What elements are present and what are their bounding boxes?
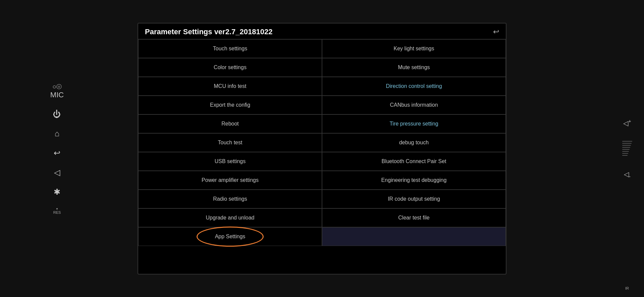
empty-cell: [322, 227, 506, 246]
page-title: Parameter Settings ver2.7_20181022: [145, 28, 272, 36]
power-button[interactable]: ⏻: [53, 109, 61, 119]
tire-pressure-setting[interactable]: Tire pressure setting: [322, 114, 506, 133]
app-settings[interactable]: App Settings: [138, 227, 322, 246]
color-settings[interactable]: Color settings: [138, 58, 322, 77]
screen-header: Parameter Settings ver2.7_20181022 ↩: [138, 23, 506, 39]
mute-settings[interactable]: Mute settings: [322, 58, 506, 77]
clear-test-file[interactable]: Clear test file: [322, 208, 506, 227]
mic-button[interactable]: ○⦾ MIC: [50, 83, 64, 99]
left-sidebar: ○⦾ MIC ⏻ ⌂ ↩ ◁ ✱ ● RES: [44, 0, 70, 297]
upgrade-and-unload[interactable]: Upgrade and unload: [138, 208, 322, 227]
touch-settings[interactable]: Touch settings: [138, 39, 322, 58]
res-button[interactable]: ● RES: [53, 207, 61, 214]
canbus-information[interactable]: CANbus information: [322, 96, 506, 114]
engineering-test-debugging[interactable]: Engineering test debugging: [322, 171, 506, 190]
main-screen: Parameter Settings ver2.7_20181022 ↩ Tou…: [138, 23, 506, 275]
ir-code-output-setting[interactable]: IR code output setting: [322, 190, 506, 208]
power-amplifier-settings[interactable]: Power amplifier settings: [138, 171, 322, 190]
volume-lines: [622, 141, 632, 156]
home-button[interactable]: ⌂: [55, 129, 60, 138]
nav-button[interactable]: ◁: [54, 168, 60, 177]
direction-control-setting[interactable]: Direction control setting: [322, 77, 506, 96]
back-button[interactable]: ↩: [493, 28, 499, 36]
volume-down-button[interactable]: ◁-: [624, 169, 631, 179]
export-config[interactable]: Export the config: [138, 96, 322, 114]
ir-label: IR: [625, 286, 629, 290]
reboot[interactable]: Reboot: [138, 114, 322, 133]
mcu-info-test[interactable]: MCU info test: [138, 77, 322, 96]
key-light-settings[interactable]: Key light settings: [322, 39, 506, 58]
back-button-left[interactable]: ↩: [54, 148, 60, 158]
debug-touch[interactable]: debug touch: [322, 133, 506, 152]
bluetooth-connect-pair-set[interactable]: Bluetooth Connect Pair Set: [322, 152, 506, 171]
volume-up-button[interactable]: ◁+: [623, 118, 631, 128]
usb-settings[interactable]: USB settings: [138, 152, 322, 171]
radio-settings[interactable]: Radio settings: [138, 190, 322, 208]
touch-test[interactable]: Touch test: [138, 133, 322, 152]
device-frame: ○⦾ MIC ⏻ ⌂ ↩ ◁ ✱ ● RES Parameter Setting…: [0, 0, 644, 297]
bluetooth-button[interactable]: ✱: [54, 187, 60, 197]
settings-grid: Touch settings Key light settings Color …: [138, 39, 506, 246]
right-sidebar: ◁+ ◁- IR: [617, 0, 637, 297]
